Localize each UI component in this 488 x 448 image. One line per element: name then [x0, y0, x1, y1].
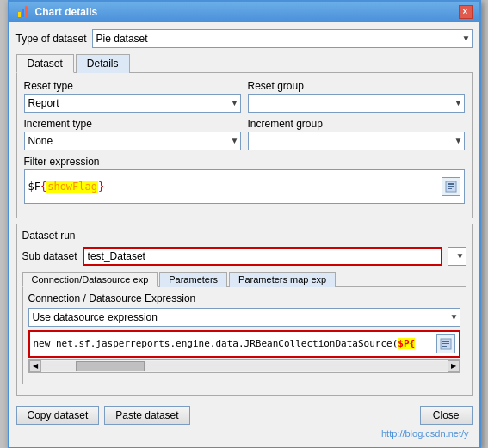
dataset-run-section: Dataset run Sub dataset ▼ Connection/Dat…	[16, 224, 473, 396]
btn-left-group: Copy dataset Paste dataset	[16, 406, 190, 425]
svg-rect-11	[442, 346, 447, 347]
svg-rect-5	[448, 183, 454, 185]
expr-param: $P{	[398, 338, 415, 349]
bottom-bar: Copy dataset Paste dataset Close	[16, 402, 473, 428]
title-bar: Chart details ×	[9, 2, 479, 22]
svg-rect-1	[22, 9, 24, 17]
dialog-title: Chart details	[35, 6, 98, 18]
type-of-dataset-row: Type of dataset Pie dataset ▼	[16, 29, 473, 48]
watermark: http://blog.csdn.net/y	[16, 428, 473, 440]
inner-tabs: Connection/Datasource exp Parameters Par…	[22, 271, 466, 384]
inner-tab-params-map[interactable]: Parameters map exp	[229, 272, 336, 287]
sub-dataset-select[interactable]	[448, 247, 466, 266]
tab-dataset-content: Reset type Report ▼ Reset group	[16, 73, 473, 218]
close-icon[interactable]: ×	[459, 5, 473, 19]
scroll-thumb[interactable]	[76, 361, 145, 371]
svg-rect-0	[18, 12, 21, 17]
sub-dataset-input[interactable]	[83, 247, 442, 266]
reset-type-label: Reset type	[24, 80, 241, 92]
tab-details[interactable]: Details	[76, 54, 130, 73]
scroll-track[interactable]	[41, 361, 448, 371]
conn-datasource-label: Connection / Datasource Expression	[28, 292, 460, 304]
increment-group-select[interactable]	[248, 132, 465, 150]
reset-group-select[interactable]	[248, 94, 465, 113]
sub-dataset-dropdown-wrapper: ▼	[448, 247, 466, 266]
close-button[interactable]: Close	[420, 406, 473, 425]
filter-box: $F{showFlag}	[24, 169, 465, 204]
expression-box: new net.sf.jasperreports.engine.data.JRB…	[28, 330, 460, 358]
main-tab-bar: Dataset Details	[16, 53, 473, 73]
copy-dataset-button[interactable]: Copy dataset	[16, 406, 100, 425]
filter-section: Filter expression $F{showFlag}	[24, 156, 465, 204]
chart-details-dialog: Chart details × Type of dataset Pie data…	[8, 0, 481, 448]
sub-dataset-label: Sub dataset	[22, 250, 77, 262]
type-of-dataset-label: Type of dataset	[16, 33, 87, 45]
use-datasource-select[interactable]: Use datasource expression	[28, 308, 460, 327]
inner-tab-bar: Connection/Datasource exp Parameters Par…	[22, 271, 466, 287]
dialog-body: Type of dataset Pie dataset ▼ Dataset De…	[9, 22, 479, 447]
use-datasource-wrapper: Use datasource expression ▼	[28, 308, 460, 327]
brace-close: }	[98, 181, 104, 193]
dataset-run-title: Dataset run	[22, 230, 466, 242]
expression-text: new net.sf.jasperreports.engine.data.JRB…	[34, 338, 436, 349]
reset-type-col: Reset type Report ▼	[24, 80, 241, 113]
main-tabs: Dataset Details Reset type Report ▼	[16, 53, 473, 218]
reset-type-wrapper: Report ▼	[24, 94, 241, 113]
reset-type-select[interactable]: Report	[24, 94, 241, 113]
tab-dataset[interactable]: Dataset	[16, 54, 74, 73]
svg-rect-2	[25, 8, 28, 17]
svg-rect-6	[448, 186, 454, 187]
title-bar-left: Chart details	[16, 5, 98, 19]
expr-main-text: new net.sf.jasperreports.engine.data.JRB…	[34, 338, 398, 349]
scroll-left-button[interactable]: ◀	[29, 360, 41, 372]
increment-type-col: Increment type None ▼	[24, 118, 241, 150]
param-name: showFlag	[46, 181, 98, 193]
inner-tab-connection[interactable]: Connection/Datasource exp	[22, 272, 158, 287]
increment-group-wrapper: ▼	[248, 132, 465, 150]
expression-edit-button[interactable]	[436, 334, 455, 353]
reset-group-label: Reset group	[248, 80, 465, 92]
increment-group-label: Increment group	[248, 118, 465, 130]
increment-type-select[interactable]: None	[24, 132, 241, 150]
horizontal-scrollbar[interactable]: ◀ ▶	[28, 359, 460, 373]
reset-row: Reset type Report ▼ Reset group	[24, 80, 465, 113]
inner-tab-connection-content: Connection / Datasource Expression Use d…	[22, 287, 466, 384]
scroll-right-button[interactable]: ▶	[448, 360, 460, 372]
svg-rect-9	[442, 341, 449, 342]
svg-point-3	[25, 6, 28, 9]
type-of-dataset-select[interactable]: Pie dataset	[92, 29, 473, 48]
svg-rect-10	[442, 343, 449, 344]
reset-group-wrapper: ▼	[248, 94, 465, 113]
inner-tab-parameters[interactable]: Parameters	[159, 272, 227, 287]
subdataset-row: Sub dataset ▼	[22, 247, 466, 266]
filter-expression: $F{showFlag}	[28, 181, 105, 193]
increment-type-label: Increment type	[24, 118, 241, 130]
dollar-sign: $F	[28, 181, 40, 193]
filter-label: Filter expression	[24, 156, 465, 168]
increment-group-col: Increment group ▼	[248, 118, 465, 150]
chart-icon	[16, 5, 30, 19]
filter-edit-button[interactable]	[442, 177, 460, 196]
increment-type-wrapper: None ▼	[24, 132, 241, 150]
type-of-dataset-wrapper: Pie dataset ▼	[92, 29, 473, 48]
use-datasource-row: Use datasource expression ▼	[28, 308, 460, 327]
paste-dataset-button[interactable]: Paste dataset	[104, 406, 189, 425]
increment-row: Increment type None ▼ Increment group	[24, 118, 465, 150]
reset-group-col: Reset group ▼	[248, 80, 465, 113]
svg-rect-7	[448, 188, 452, 189]
